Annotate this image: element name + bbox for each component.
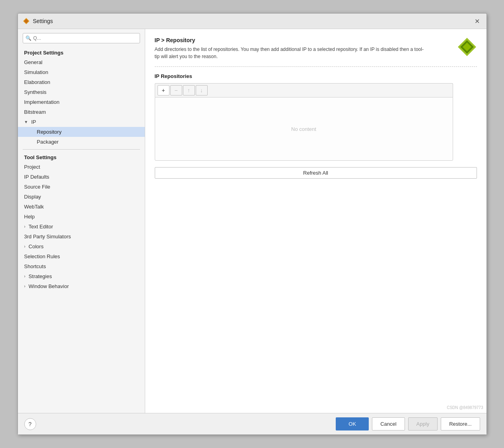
page-breadcrumb: IP > Repository — [155, 37, 425, 43]
sidebar-item-display[interactable]: Display — [18, 192, 145, 202]
move-up-button[interactable]: ↑ — [183, 85, 195, 95]
move-down-button[interactable]: ↓ — [196, 85, 208, 95]
help-button[interactable]: ? — [24, 418, 36, 430]
sidebar-item-shortcuts[interactable]: Shortcuts — [18, 261, 145, 271]
apply-button[interactable]: Apply — [408, 417, 438, 430]
strategies-arrow: › — [24, 274, 25, 279]
window-behavior-arrow: › — [24, 284, 25, 288]
sidebar-item-bitstream[interactable]: Bitstream — [18, 107, 145, 117]
add-repo-button[interactable]: + — [158, 85, 169, 95]
cancel-button[interactable]: Cancel — [372, 417, 405, 430]
settings-dialog: Settings ✕ 🔍 Project Settings General Si… — [18, 13, 487, 435]
sidebar-item-3rd-party[interactable]: 3rd Party Simulators — [18, 232, 145, 242]
bottom-bar: ? OK Cancel Apply Restore... — [18, 413, 486, 434]
sidebar-item-general[interactable]: General — [18, 57, 145, 67]
sidebar-item-help[interactable]: Help — [18, 212, 145, 222]
sidebar-item-webtalk[interactable]: WebTalk — [18, 202, 145, 212]
sidebar: 🔍 Project Settings General Simulation El… — [18, 29, 145, 413]
sidebar-item-source-file[interactable]: Source File — [18, 182, 145, 192]
text-editor-arrow: › — [24, 224, 25, 229]
sidebar-item-implementation[interactable]: Implementation — [18, 97, 145, 107]
ip-expand-arrow: ▼ — [24, 120, 28, 124]
title-bar-left: Settings — [23, 18, 53, 25]
no-content-text: No content — [291, 126, 316, 132]
search-icon: 🔍 — [25, 35, 31, 41]
page-description: Add directories to the list of repositor… — [155, 46, 425, 60]
sidebar-item-packager[interactable]: Packager — [18, 137, 145, 147]
sidebar-item-colors[interactable]: › Colors — [18, 242, 145, 251]
ip-repositories-label: IP Repositories — [155, 73, 477, 79]
sidebar-item-ip-defaults[interactable]: IP Defaults — [18, 172, 145, 182]
svg-marker-1 — [24, 19, 29, 23]
sidebar-item-project[interactable]: Project — [18, 162, 145, 172]
repo-toolbar: + − ↑ ↓ — [155, 83, 453, 97]
action-buttons: OK Cancel Apply Restore... — [336, 417, 480, 430]
sidebar-item-ip[interactable]: ▼ IP — [18, 117, 145, 127]
sidebar-item-elaboration[interactable]: Elaboration — [18, 77, 145, 87]
watermark: CSDN @849879773 — [447, 405, 483, 410]
main-content: IP > Repository Add directories to the l… — [145, 29, 486, 413]
search-box: 🔍 — [23, 33, 140, 43]
sidebar-item-repository[interactable]: Repository — [18, 127, 145, 137]
refresh-all-button[interactable]: Refresh All — [155, 167, 477, 179]
sidebar-divider — [23, 149, 140, 150]
dialog-title: Settings — [33, 18, 53, 24]
repo-list: No content — [155, 97, 453, 161]
sidebar-item-simulation[interactable]: Simulation — [18, 67, 145, 77]
content-header-text: IP > Repository Add directories to the l… — [155, 37, 425, 60]
sidebar-item-text-editor[interactable]: › Text Editor — [18, 222, 145, 232]
sidebar-item-selection-rules[interactable]: Selection Rules — [18, 251, 145, 261]
content-divider — [155, 66, 477, 67]
vivado-logo — [457, 37, 477, 57]
sidebar-item-synthesis[interactable]: Synthesis — [18, 87, 145, 97]
close-button[interactable]: ✕ — [473, 17, 482, 25]
search-input[interactable] — [23, 33, 140, 43]
restore-button[interactable]: Restore... — [441, 417, 480, 430]
remove-repo-button[interactable]: − — [170, 85, 182, 95]
tool-settings-header: Tool Settings — [18, 152, 145, 162]
title-bar: Settings ✕ — [18, 14, 486, 29]
ok-button[interactable]: OK — [336, 417, 369, 430]
sidebar-item-strategies[interactable]: › Strategies — [18, 271, 145, 281]
app-icon — [23, 18, 30, 25]
colors-arrow: › — [24, 244, 25, 249]
dialog-body: 🔍 Project Settings General Simulation El… — [18, 29, 486, 413]
content-header: IP > Repository Add directories to the l… — [155, 37, 477, 60]
project-settings-header: Project Settings — [18, 47, 145, 57]
sidebar-item-window-behavior[interactable]: › Window Behavior — [18, 281, 145, 291]
